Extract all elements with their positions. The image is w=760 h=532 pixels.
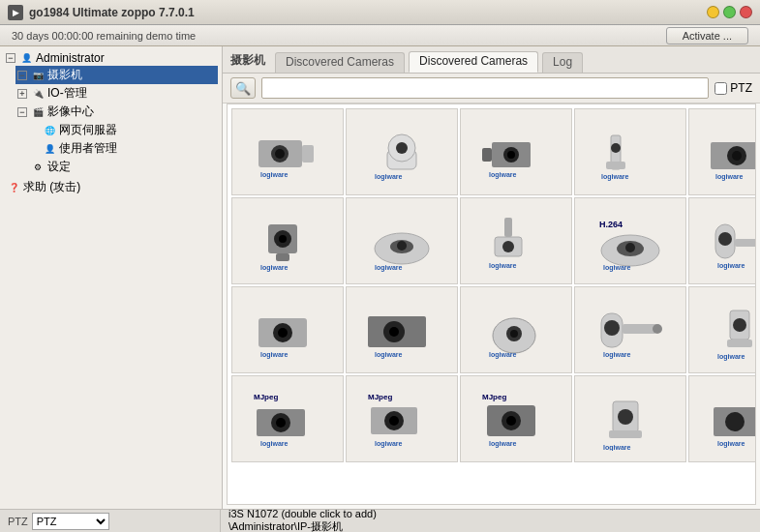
sidebar-item-help[interactable]: ❓ 求助 (攻击) [4, 178, 218, 196]
window-controls[interactable] [707, 6, 752, 18]
svg-text:logiware: logiware [375, 173, 403, 181]
camera-grid-container[interactable]: logiwarelogiwarelogiwarelogiwarelogiware… [227, 103, 756, 505]
cameras-icon: 📷 [30, 69, 46, 82]
camera-cell-11[interactable]: logiware [688, 197, 756, 284]
sidebar-root[interactable]: − 👤 Administrator [4, 50, 218, 66]
help-icon: ❓ [6, 181, 21, 194]
svg-text:logiware: logiware [489, 171, 517, 179]
sidebar-io-label: IO-管理 [47, 85, 87, 102]
svg-point-35 [397, 241, 407, 251]
status-bar: PTZ PTZ None i3S N1072 (double click to … [0, 509, 760, 532]
sidebar-item-cameras[interactable]: − 📷 摄影机 [15, 66, 218, 84]
ptz-dropdown[interactable]: PTZ None [32, 513, 109, 530]
camera-cell-19[interactable]: MJpeglogiware [231, 375, 344, 462]
cameras-expand-icon[interactable]: − [17, 71, 27, 80]
sidebar-item-web[interactable]: · 🌐 网页伺服器 [27, 121, 218, 139]
section-label: 摄影机 [230, 50, 273, 73]
tabs-bar: 摄影机 Discovered Cameras Discovered Camera… [223, 46, 760, 74]
search-input[interactable] [261, 77, 709, 99]
sidebar-media-label: 影像中心 [47, 103, 94, 120]
camera-cell-13[interactable]: logiware [231, 286, 344, 373]
svg-text:H.264: H.264 [599, 220, 623, 229]
camera-cell-3[interactable]: logiware [460, 108, 572, 195]
tab-log[interactable]: Log [542, 52, 583, 73]
svg-point-11 [507, 151, 515, 159]
sidebar-item-io[interactable]: + 🔌 IO-管理 [15, 84, 218, 103]
users-expand-spacer: · [29, 144, 39, 154]
svg-point-93 [506, 416, 516, 426]
svg-point-57 [278, 328, 288, 338]
window-title: go1984 Ultimate zoppo 7.7.0.1 [29, 6, 195, 19]
camera-cell-16[interactable]: logiware [574, 286, 686, 373]
sidebar-item-settings[interactable]: · ⚙ 设定 [15, 158, 218, 176]
svg-point-73 [733, 318, 746, 332]
status-path: \Administrator\IP-摄影机 [228, 519, 377, 532]
demo-bar: 30 days 00:00:00 remaining demo time Act… [0, 25, 760, 46]
svg-text:logiware: logiware [603, 351, 631, 359]
app-icon: ▶ [8, 5, 23, 20]
svg-point-88 [389, 416, 399, 426]
camera-cell-17[interactable]: logiware [688, 286, 756, 373]
camera-cell-23[interactable]: logiware [688, 375, 756, 462]
sidebar-root-label: Administrator [36, 51, 105, 65]
svg-point-30 [279, 235, 287, 243]
settings-icon: ⚙ [30, 161, 46, 174]
sidebar-item-media[interactable]: − 🎬 影像中心 [15, 103, 218, 121]
svg-point-68 [604, 320, 620, 336]
svg-text:logiware: logiware [603, 264, 631, 272]
svg-text:MJpeg: MJpeg [482, 393, 506, 401]
camera-cell-21[interactable]: MJpeglogiware [460, 375, 572, 462]
ptz-checkbox[interactable] [714, 82, 727, 95]
svg-text:logiware: logiware [489, 440, 517, 448]
media-expand-icon[interactable]: − [17, 107, 27, 117]
ptz-label: PTZ [730, 81, 752, 95]
activate-button[interactable]: Activate ... [666, 27, 748, 44]
settings-spacer: · [17, 163, 27, 172]
status-note: i3S N1072 (double click to add) [228, 508, 377, 519]
title-bar-left: ▶ go1984 Ultimate zoppo 7.7.0.1 [8, 5, 195, 20]
maximize-button[interactable] [723, 6, 736, 18]
search-button[interactable]: 🔍 [230, 77, 256, 99]
sidebar-help-label: 求助 (攻击) [23, 179, 80, 195]
tab-discovered-active[interactable]: Discovered Cameras [409, 51, 538, 73]
root-icon: 👤 [18, 51, 34, 65]
minimize-button[interactable] [707, 6, 719, 18]
svg-point-39 [502, 241, 514, 252]
sidebar-settings-label: 设定 [47, 159, 71, 175]
svg-text:logiware: logiware [375, 264, 403, 272]
ptz-filter[interactable]: PTZ [714, 81, 752, 95]
camera-cell-7[interactable]: logiware [231, 197, 344, 284]
svg-rect-37 [504, 218, 512, 237]
camera-cell-10[interactable]: H.264logiware [574, 197, 686, 284]
camera-cell-1[interactable]: logiware [231, 108, 344, 195]
sidebar-cameras-label: 摄影机 [47, 67, 82, 83]
camera-cell-14[interactable]: logiware [346, 286, 458, 373]
svg-rect-15 [606, 162, 625, 169]
root-expand-icon[interactable]: − [6, 53, 15, 63]
camera-cell-8[interactable]: logiware [346, 197, 458, 284]
svg-text:logiware: logiware [260, 351, 289, 359]
camera-cell-4[interactable]: logiware [574, 108, 686, 195]
svg-point-83 [276, 418, 286, 428]
camera-cell-20[interactable]: MJpeglogiware [346, 375, 458, 462]
svg-rect-69 [623, 324, 656, 334]
camera-cell-22[interactable]: logiware [574, 375, 686, 462]
close-button[interactable] [740, 6, 752, 18]
svg-text:logiware: logiware [260, 440, 289, 448]
svg-text:logiware: logiware [260, 171, 289, 179]
svg-point-43 [625, 243, 635, 252]
io-expand-icon[interactable]: + [17, 89, 27, 99]
svg-text:logiware: logiware [601, 173, 629, 181]
io-icon: 🔌 [30, 87, 46, 101]
sidebar-item-users[interactable]: · 👤 使用者管理 [27, 139, 218, 158]
tab-discovered[interactable]: Discovered Cameras [275, 52, 405, 73]
svg-rect-48 [735, 239, 756, 247]
title-bar: ▶ go1984 Ultimate zoppo 7.7.0.1 [0, 0, 760, 25]
sidebar-users-label: 使用者管理 [59, 140, 117, 157]
camera-cell-2[interactable]: logiware [346, 108, 458, 195]
camera-cell-15[interactable]: logiware [460, 286, 572, 373]
svg-text:MJpeg: MJpeg [368, 393, 392, 401]
camera-cell-9[interactable]: logiware [460, 197, 572, 284]
svg-point-7 [396, 142, 408, 154]
camera-cell-5[interactable]: logiware [688, 108, 756, 195]
